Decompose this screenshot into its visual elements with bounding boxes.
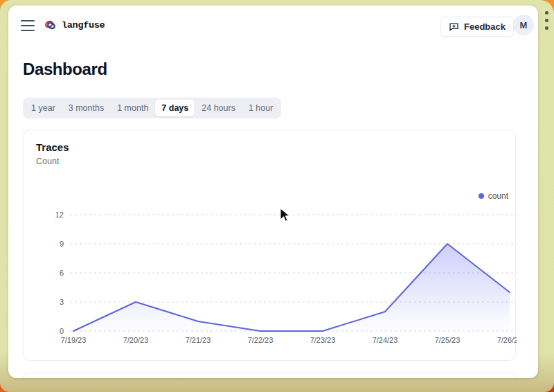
x-tick-label: 7/23/23: [310, 336, 336, 344]
tab-7-days[interactable]: 7 days: [155, 100, 195, 116]
traces-card: Traces Count count 0369127/19/237/20/237…: [23, 130, 516, 361]
x-tick-label: 7/24/23: [373, 336, 398, 344]
x-tick-label: 7/20/23: [123, 336, 149, 344]
x-tick-label: 7/19/23: [61, 336, 87, 344]
feedback-bubble-icon: [449, 21, 459, 32]
app-header: langfuse Feedback M: [8, 6, 538, 47]
x-tick-label: 7/21/23: [186, 336, 211, 344]
tab-1-month[interactable]: 1 month: [111, 100, 154, 116]
traces-area-chart[interactable]: 0369127/19/237/20/237/21/237/22/237/23/2…: [24, 203, 517, 350]
time-range-tabs: 1 year 3 months 1 month 7 days 24 hours …: [23, 98, 281, 118]
tab-1-hour[interactable]: 1 hour: [242, 100, 279, 116]
y-tick-label: 6: [60, 269, 64, 277]
tab-24-hours[interactable]: 24 hours: [195, 100, 242, 116]
brand-name: langfuse: [62, 20, 105, 30]
window-frame: langfuse Feedback M Dashboard 1 year 3 m…: [0, 0, 554, 392]
card-subtitle: Count: [36, 157, 59, 166]
page-title: Dashboard: [23, 60, 107, 79]
brand-logo[interactable]: langfuse: [44, 19, 105, 30]
x-tick-label: 7/25/23: [435, 336, 461, 344]
feedback-label: Feedback: [464, 21, 506, 32]
tab-1-year[interactable]: 1 year: [25, 100, 62, 116]
y-tick-label: 9: [60, 240, 64, 248]
y-tick-label: 3: [60, 298, 64, 306]
legend-label: count: [488, 191, 508, 201]
hamburger-menu-icon[interactable]: [21, 20, 35, 31]
grip-dots-icon: [545, 11, 548, 30]
feedback-button[interactable]: Feedback: [440, 17, 514, 37]
chart-legend: count: [479, 191, 508, 201]
knot-logo-icon: [44, 19, 56, 30]
card-title: Traces: [36, 141, 69, 153]
app-surface: langfuse Feedback M Dashboard 1 year 3 m…: [8, 6, 538, 378]
user-avatar[interactable]: M: [513, 15, 534, 35]
x-tick-label: 7/22/23: [248, 336, 274, 344]
y-tick-label: 12: [55, 211, 64, 219]
next-card-sliver: [23, 373, 516, 378]
legend-dot-icon: [479, 193, 484, 199]
tab-3-months[interactable]: 3 months: [62, 100, 110, 116]
x-tick-label: 7/26/23: [497, 336, 517, 344]
area-fill: [73, 244, 510, 331]
y-tick-label: 0: [60, 327, 64, 335]
